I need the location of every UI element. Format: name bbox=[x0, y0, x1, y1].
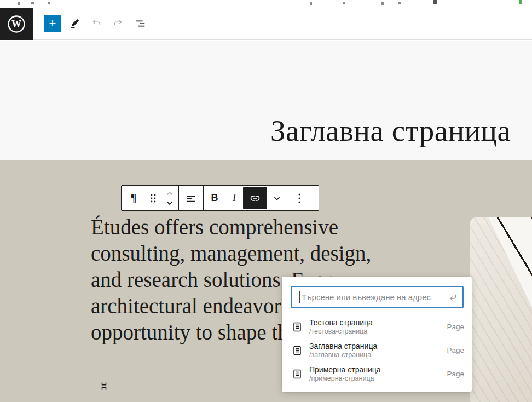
link-result-text: Примерна страница /примерна-страница bbox=[309, 365, 447, 383]
block-movers bbox=[161, 186, 178, 210]
tools-button[interactable] bbox=[66, 15, 84, 32]
link-result-row[interactable]: Примерна страница /примерна-страница Pag… bbox=[282, 362, 472, 386]
text-caret bbox=[299, 291, 300, 303]
page-document-icon bbox=[292, 321, 303, 332]
link-search-results: Тестова страница /тестова-страница Page … bbox=[282, 315, 472, 386]
strip-fragment bbox=[519, 0, 522, 4]
drag-handle[interactable] bbox=[146, 186, 161, 210]
wordpress-logo-button[interactable]: W bbox=[0, 8, 33, 40]
page-document-icon bbox=[292, 345, 303, 356]
select-parent-group-button[interactable] bbox=[91, 185, 117, 402]
enter-return-icon bbox=[447, 292, 458, 305]
paragraph-line: Études offers comprehensive bbox=[91, 214, 441, 240]
result-type-badge: Page bbox=[447, 323, 464, 331]
more-formatting-button[interactable] bbox=[267, 186, 287, 210]
link-button-active[interactable] bbox=[243, 187, 267, 209]
pencil-icon bbox=[69, 18, 81, 30]
paragraph-block-type-button[interactable]: ¶ bbox=[122, 186, 146, 210]
strip-fragment bbox=[398, 2, 401, 4]
move-down-button[interactable] bbox=[165, 198, 174, 208]
link-result-row[interactable]: Тестова страница /тестова-страница Page bbox=[282, 315, 472, 338]
strip-fragment bbox=[310, 2, 312, 5]
editor-header: W + bbox=[0, 8, 532, 40]
page-document-icon bbox=[292, 369, 303, 380]
link-chain-icon bbox=[248, 192, 262, 205]
align-text-button[interactable] bbox=[179, 186, 203, 210]
result-url: /примерна-страница bbox=[309, 375, 447, 383]
strip-fragment bbox=[343, 2, 345, 4]
chevron-up-icon bbox=[165, 190, 174, 197]
link-result-text: Тестова страница /тестова-страница bbox=[309, 318, 447, 336]
link-popup: Тестова страница /тестова-страница Page … bbox=[282, 277, 472, 392]
link-search-wrap bbox=[291, 286, 464, 308]
block-options-button[interactable] bbox=[287, 186, 311, 210]
list-view-icon bbox=[134, 18, 146, 30]
result-title: Заглавна страница bbox=[309, 342, 447, 351]
chevron-down-icon bbox=[165, 200, 174, 206]
photo-diagonal-panels bbox=[470, 217, 532, 402]
svg-text:W: W bbox=[11, 19, 21, 30]
list-view-button[interactable] bbox=[131, 15, 149, 32]
link-search-input[interactable] bbox=[291, 286, 464, 308]
italic-button[interactable]: I bbox=[225, 186, 243, 210]
result-url: /заглавна-страница bbox=[309, 351, 447, 359]
link-result-row[interactable]: Заглавна страница /заглавна-страница Pag… bbox=[282, 338, 472, 362]
browser-strip bbox=[0, 0, 532, 7]
page-title[interactable]: Заглавна страница bbox=[270, 113, 511, 148]
strip-fragment bbox=[48, 2, 50, 4]
undo-button[interactable] bbox=[88, 15, 105, 32]
drag-handle-icon bbox=[149, 193, 157, 203]
redo-arrow-icon bbox=[112, 18, 124, 30]
strip-fragment bbox=[381, 2, 384, 5]
link-result-text: Заглавна страница /заглавна-страница bbox=[309, 342, 447, 359]
paragraph-line: consulting, management, design, bbox=[91, 240, 441, 267]
result-title: Тестова страница bbox=[309, 318, 447, 328]
kebab-menu-icon bbox=[298, 193, 301, 204]
result-url: /тестова-страница bbox=[309, 328, 447, 336]
strip-fragment bbox=[31, 2, 34, 4]
wordpress-logo-icon: W bbox=[7, 15, 26, 33]
result-title: Примерна страница bbox=[309, 365, 447, 375]
undo-arrow-icon bbox=[90, 18, 102, 30]
redo-button[interactable] bbox=[109, 15, 127, 32]
group-parent-icon bbox=[97, 380, 111, 393]
result-type-badge: Page bbox=[447, 370, 464, 378]
move-up-button[interactable] bbox=[165, 188, 174, 198]
block-toolbar: ¶ B I bbox=[121, 185, 319, 211]
result-type-badge: Page bbox=[447, 346, 464, 354]
add-block-button[interactable]: + bbox=[44, 15, 61, 32]
align-text-left-icon bbox=[185, 192, 197, 204]
chevron-down-icon bbox=[273, 194, 281, 203]
bold-button[interactable]: B bbox=[204, 186, 225, 210]
architecture-photo bbox=[470, 217, 532, 402]
strip-fragment bbox=[433, 0, 437, 4]
strip-fragment bbox=[18, 2, 20, 5]
